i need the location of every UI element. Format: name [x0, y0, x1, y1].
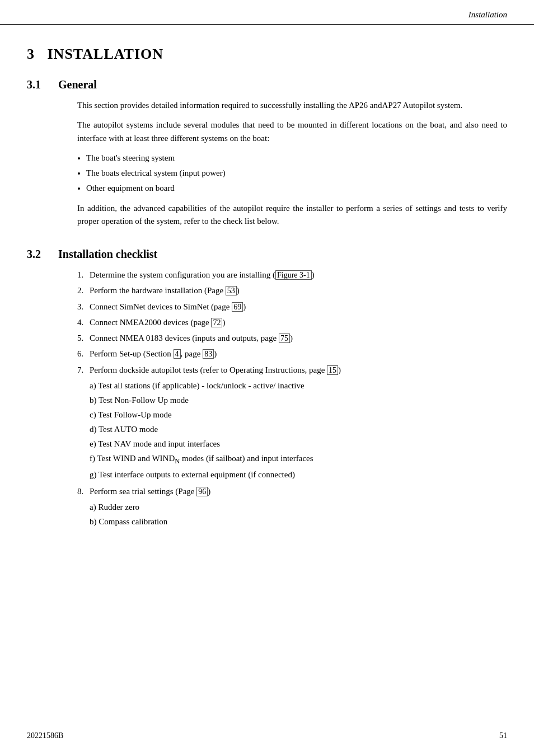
sub-item-7e: e) Test NAV mode and input interfaces — [90, 437, 507, 450]
figure-3-1-link[interactable]: Figure 3-1 — [275, 270, 312, 280]
sub-item-7d: d) Test AUTO mode — [90, 422, 507, 436]
section-3-1-title: General — [58, 78, 97, 91]
section-3-1-bullets: The boat's steering system The boats ele… — [86, 152, 507, 195]
page: Installation 3 INSTALLATION 3.1General T… — [0, 0, 534, 756]
page-96-link[interactable]: 96 — [196, 487, 208, 496]
page-footer: 20221586B 51 — [0, 731, 534, 740]
page-53-link[interactable]: 53 — [226, 286, 237, 295]
page-83-link[interactable]: 83 — [203, 349, 214, 359]
section-3-2-heading: 3.2Installation checklist — [27, 248, 507, 261]
header-title: Installation — [469, 10, 507, 20]
checklist-item-5: 5. Connect NMEA 0183 devices (inputs and… — [77, 332, 507, 345]
sub-item-7f: f) Test WIND and WINDN modes (if sailboa… — [90, 452, 507, 467]
section-3-1-number: 3.1 — [27, 78, 58, 91]
section-3-1-para1: This section provides detailed informati… — [77, 99, 507, 112]
sub-item-7c: c) Test Follow-Up mode — [90, 408, 507, 421]
page-75-link[interactable]: 75 — [279, 334, 290, 343]
footer-left: 20221586B — [27, 731, 63, 740]
section-3-1-para2: The autopilot systems include several mo… — [77, 119, 507, 145]
footer-right: 51 — [499, 731, 507, 740]
section-3-1-heading: 3.1General — [27, 78, 507, 91]
checklist-item-6: 6. Perform Set-up (Section 4, page 83) — [77, 348, 507, 360]
sub-item-8a: a) Rudder zero — [90, 500, 507, 514]
chapter-heading: 3 INSTALLATION — [27, 46, 507, 63]
checklist-item-7: 7. Perform dockside autopilot tests (ref… — [77, 364, 507, 482]
bullet-item-3: Other equipment on board — [86, 182, 507, 195]
checklist-item-2: 2. Perform the hardware installation (Pa… — [77, 284, 507, 297]
page-72-link[interactable]: 72 — [211, 318, 222, 327]
sub-item-7g: g) Test interface outputs to external eq… — [90, 468, 507, 481]
bullet-item-2: The boats electrical system (input power… — [86, 167, 507, 180]
section-3-2-number: 3.2 — [27, 248, 58, 261]
section-3-1: 3.1General This section provides detaile… — [27, 78, 507, 228]
page-15-link[interactable]: 15 — [327, 365, 338, 375]
sub-list-8: a) Rudder zero b) Compass calibration — [90, 500, 507, 528]
sub-item-7a: a) Test all stations (if applicable) - l… — [90, 379, 507, 392]
checklist-item-1: 1. Determine the system configuration yo… — [77, 269, 507, 281]
section-4-link[interactable]: 4 — [174, 349, 181, 359]
chapter-title: INSTALLATION — [48, 46, 164, 62]
page-header: Installation — [0, 0, 534, 25]
checklist-item-3: 3. Connect SimNet devices to SimNet (pag… — [77, 300, 507, 313]
section-3-1-para3: In addition, the advanced capabilities o… — [77, 202, 507, 228]
checklist-item-4: 4. Connect NMEA2000 devices (page 72) — [77, 316, 507, 329]
page-content: 3 INSTALLATION 3.1General This section p… — [0, 25, 534, 563]
sub-item-8b: b) Compass calibration — [90, 515, 507, 528]
checklist: 1. Determine the system configuration yo… — [77, 269, 507, 529]
section-3-2: 3.2Installation checklist 1. Determine t… — [27, 248, 507, 529]
bullet-item-1: The boat's steering system — [86, 152, 507, 165]
sub-list-7: a) Test all stations (if applicable) - l… — [90, 379, 507, 481]
checklist-item-8: 8. Perform sea trial settings (Page 96) … — [77, 485, 507, 529]
section-3-2-title: Installation checklist — [58, 248, 157, 260]
page-69-link[interactable]: 69 — [232, 302, 243, 312]
sub-item-7b: b) Test Non-Follow Up mode — [90, 393, 507, 407]
chapter-number: 3 — [27, 46, 35, 62]
